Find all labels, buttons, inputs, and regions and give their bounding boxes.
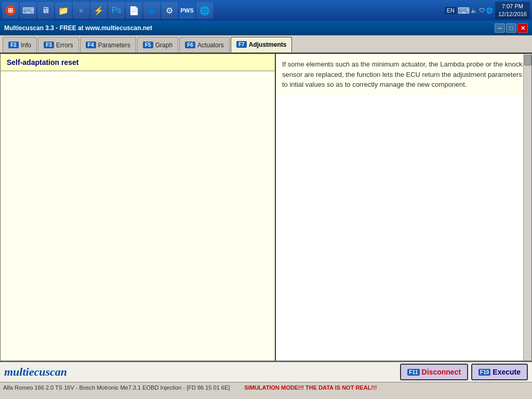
tab-graph[interactable]: F5 Graph xyxy=(137,37,178,52)
flash-icon[interactable]: ⚡ xyxy=(90,2,107,19)
tab-key-f6: F6 xyxy=(185,42,195,48)
taskbar-right: EN ⌨ 🔈 🛡 🌐 7:07 PM 12/12/2016 xyxy=(445,2,530,20)
logo-text: multiecuscan xyxy=(4,365,67,378)
execute-label: Execute xyxy=(493,368,521,376)
tab-bar: F2 Info F3 Errors F4 Parameters F5 Graph… xyxy=(0,35,532,54)
scrollbar[interactable] xyxy=(523,54,531,361)
tab-key-f2: F2 xyxy=(8,42,19,48)
left-panel-body[interactable] xyxy=(1,71,275,361)
tab-key-f5: F5 xyxy=(143,42,153,48)
clock-date: 12/12/2016 xyxy=(498,10,527,18)
tab-adjustments[interactable]: F7 Adjustments xyxy=(231,37,292,52)
monitor-icon[interactable]: 🖥 xyxy=(37,2,54,19)
tab-info[interactable]: F2 Info xyxy=(3,37,37,52)
tab-parameters[interactable]: F4 Parameters xyxy=(80,37,136,52)
right-panel-wrapper: If some elements such as the minimum act… xyxy=(276,54,531,361)
window-controls: ─ □ ✕ xyxy=(495,23,528,33)
photoshop-icon[interactable]: Ps xyxy=(108,2,125,19)
app-icon2[interactable]: ⚙ xyxy=(161,2,178,19)
clock: 7:07 PM 12/12/2016 xyxy=(495,2,530,20)
minimize-button[interactable]: ─ xyxy=(495,23,505,33)
app-title: Multiecuscan 3.3 - FREE at www.multiecus… xyxy=(4,24,495,32)
disconnect-label: Disconnect xyxy=(422,368,461,376)
tab-label-actuators: Actuators xyxy=(197,42,224,49)
titlebar: Multiecuscan 3.3 - FREE at www.multiecus… xyxy=(0,21,532,35)
left-panel-title: Self-adaptation reset xyxy=(7,58,78,66)
network-tray-icon: 🌐 xyxy=(486,7,493,14)
tab-errors[interactable]: F3 Errors xyxy=(38,37,79,52)
tab-label-errors: Errors xyxy=(56,42,73,49)
tab-key-f3: F3 xyxy=(44,42,54,48)
sys-tray-icons: EN ⌨ 🔈 🛡 🌐 xyxy=(445,6,493,16)
keyboard-icon[interactable]: ⌨ xyxy=(20,2,36,19)
folder-icon[interactable]: 📁 xyxy=(55,2,72,19)
maximize-button[interactable]: □ xyxy=(506,23,516,33)
main-content: Self-adaptation reset If some elements s… xyxy=(0,54,532,361)
execute-button[interactable]: F10 Execute xyxy=(471,364,528,380)
tab-label-parameters: Parameters xyxy=(98,42,130,49)
lang-indicator: EN xyxy=(445,7,457,14)
app-logo: multiecuscan xyxy=(4,365,67,379)
tab-label-info: Info xyxy=(21,42,31,49)
status-vehicle-info: Alfa Romeo 166 2.0 TS 16V - Bosch Motron… xyxy=(3,384,230,391)
left-panel: Self-adaptation reset xyxy=(1,54,276,361)
shield-tray-icon: 🛡 xyxy=(479,7,485,14)
doc-icon[interactable]: 📄 xyxy=(126,2,142,19)
taskbar: ⊞ ⌨ 🖥 📁 ● ⚡ Ps 📄 ◉ ⚙ PWS 🌐 EN ⌨ 🔈 🛡 🌐 7:… xyxy=(0,0,532,21)
app-icon-blue[interactable]: ◉ xyxy=(143,2,160,19)
network-icon[interactable]: 🌐 xyxy=(196,2,213,19)
disconnect-button[interactable]: F11 Disconnect xyxy=(400,364,468,380)
bottom-bar: multiecuscan F11 Disconnect F10 Execute xyxy=(0,361,532,382)
tab-actuators[interactable]: F6 Actuators xyxy=(179,37,230,52)
right-panel-text: If some elements such as the minimum act… xyxy=(282,60,522,88)
execute-key: F10 xyxy=(478,369,490,376)
svg-text:⊞: ⊞ xyxy=(8,7,13,14)
statusbar: Alfa Romeo 166 2.0 TS 16V - Bosch Motron… xyxy=(0,382,532,392)
clock-time: 7:07 PM xyxy=(498,3,527,10)
tab-label-adjustments: Adjustments xyxy=(249,41,287,48)
right-panel[interactable]: If some elements such as the minimum act… xyxy=(276,54,531,95)
left-panel-header: Self-adaptation reset xyxy=(1,54,275,71)
start-button[interactable]: ⊞ xyxy=(2,2,19,19)
scrollbar-thumb[interactable] xyxy=(524,55,531,65)
close-button[interactable]: ✕ xyxy=(517,23,528,33)
tab-key-f7: F7 xyxy=(236,41,247,48)
keyboard-indicator: ⌨ xyxy=(458,6,470,16)
status-simulation-warning: SIMULATION MODE!!! THE DATA IS NOT REAL!… xyxy=(244,384,377,391)
security-icon[interactable]: PWS xyxy=(179,2,195,19)
tab-key-f4: F4 xyxy=(86,42,96,48)
tab-label-graph: Graph xyxy=(155,42,172,49)
speaker-icon: 🔈 xyxy=(471,7,478,14)
disconnect-key: F11 xyxy=(407,369,419,376)
action-buttons: F11 Disconnect F10 Execute xyxy=(400,364,528,380)
chrome-icon[interactable]: ● xyxy=(73,2,89,19)
